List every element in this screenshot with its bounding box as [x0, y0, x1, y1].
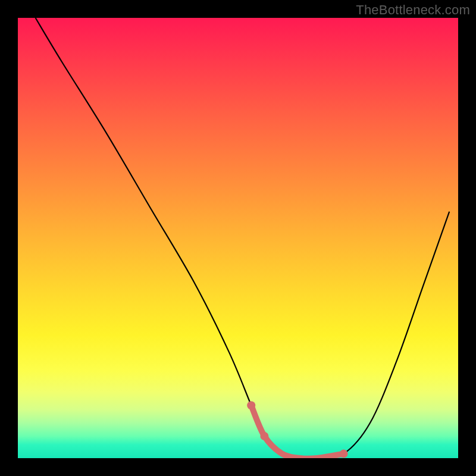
watermark-text: TheBottleneck.com — [356, 2, 470, 18]
bottleneck-curve — [36, 18, 450, 458]
chart-overlay-svg — [18, 18, 458, 458]
optimal-range-segment — [251, 405, 343, 458]
optimal-marker — [260, 432, 268, 440]
optimal-marker — [247, 401, 255, 409]
chart-frame: TheBottleneck.com — [0, 0, 476, 476]
optimal-marker — [340, 450, 348, 458]
